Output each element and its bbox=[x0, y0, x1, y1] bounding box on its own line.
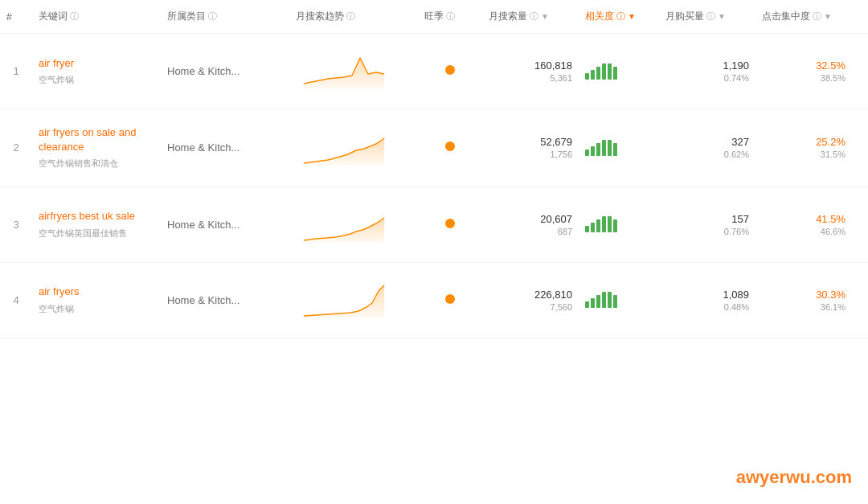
col-relevance[interactable]: 相关度 ⓘ ▼ bbox=[579, 10, 659, 23]
category-col-3: Home & Kitch... bbox=[161, 219, 289, 231]
keyword-col-2: air fryers on sale and clearance 空气炸锅销售和… bbox=[32, 125, 161, 170]
keyword-col-3: airfryers best uk sale 空气炸锅英国最佳销售 bbox=[32, 209, 161, 240]
click-sub-1: 38.5% bbox=[762, 73, 845, 83]
click-sub-3: 46.6% bbox=[762, 227, 845, 236]
purchase-vol-sort-icon[interactable]: ▼ bbox=[718, 12, 726, 21]
trend-col-4 bbox=[289, 279, 418, 322]
keyword-sub-2: 空气炸锅销售和清仓 bbox=[39, 158, 154, 170]
click-col-4: 30.3% 36.1% bbox=[755, 289, 852, 312]
relevance-info-icon[interactable]: ⓘ bbox=[616, 10, 625, 23]
keyword-sub-4: 空气炸锅 bbox=[39, 303, 154, 315]
click-col-3: 41.5% 46.6% bbox=[755, 213, 852, 236]
click-sub-2: 31.5% bbox=[762, 150, 845, 159]
col-category: 所属类目 ⓘ bbox=[161, 10, 289, 23]
search-vol-sub-2: 1,756 bbox=[489, 150, 572, 159]
category-info-icon[interactable]: ⓘ bbox=[208, 10, 217, 23]
peak-col-4 bbox=[418, 294, 482, 306]
peak-col-3 bbox=[418, 219, 482, 231]
row-number-2: 2 bbox=[0, 141, 32, 154]
purchase-vol-sub-2: 0.62% bbox=[665, 150, 749, 159]
relevance-col-3 bbox=[579, 216, 659, 232]
keyword-table: # 关键词 ⓘ 所属类目 ⓘ 月搜索趋势 ⓘ 旺季 ⓘ 月搜索量 ⓘ ▼ 相关度… bbox=[0, 0, 868, 338]
relevance-sort-icon[interactable]: ▼ bbox=[628, 12, 636, 21]
click-sub-4: 36.1% bbox=[762, 302, 845, 312]
peak-dot-4 bbox=[445, 294, 455, 304]
row-number-1: 1 bbox=[0, 65, 32, 77]
table-header: # 关键词 ⓘ 所属类目 ⓘ 月搜索趋势 ⓘ 旺季 ⓘ 月搜索量 ⓘ ▼ 相关度… bbox=[0, 0, 868, 34]
table-row: 4 air fryers 空气炸锅 Home & Kitch... 226,81… bbox=[0, 263, 868, 338]
col-peak: 旺季 ⓘ bbox=[418, 10, 482, 23]
keyword-col-4: air fryers 空气炸锅 bbox=[32, 285, 161, 315]
click-main-1: 32.5% bbox=[762, 59, 845, 72]
table-row: 3 airfryers best uk sale 空气炸锅英国最佳销售 Home… bbox=[0, 187, 868, 263]
trend-info-icon[interactable]: ⓘ bbox=[346, 10, 355, 23]
table-row: 1 air fryer 空气炸锅 Home & Kitch... 160,818… bbox=[0, 34, 868, 109]
purchase-vol-main-1: 1,190 bbox=[665, 59, 749, 72]
search-vol-sort-icon[interactable]: ▼ bbox=[541, 12, 549, 21]
peak-col-1 bbox=[418, 65, 482, 77]
table-row: 2 air fryers on sale and clearance 空气炸锅销… bbox=[0, 109, 868, 187]
click-col-2: 25.2% 31.5% bbox=[755, 136, 852, 159]
relevance-col-1 bbox=[579, 64, 659, 80]
keyword-sub-3: 空气炸锅英国最佳销售 bbox=[39, 227, 154, 240]
row-number-3: 3 bbox=[0, 219, 32, 231]
row-number-4: 4 bbox=[0, 294, 32, 306]
purchase-vol-col-3: 157 0.76% bbox=[659, 213, 755, 236]
peak-info-icon[interactable]: ⓘ bbox=[446, 10, 455, 23]
relevance-col-4 bbox=[579, 292, 659, 308]
search-vol-main-3: 20,607 bbox=[489, 213, 572, 225]
keyword-info-icon[interactable]: ⓘ bbox=[70, 10, 79, 23]
col-search-vol[interactable]: 月搜索量 ⓘ ▼ bbox=[482, 10, 579, 23]
purchase-vol-main-3: 157 bbox=[665, 213, 749, 225]
purchase-vol-main-2: 327 bbox=[665, 136, 749, 148]
purchase-vol-sub-3: 0.76% bbox=[665, 227, 749, 236]
peak-dot-3 bbox=[445, 219, 455, 228]
keyword-col-1: air fryer 空气炸锅 bbox=[32, 56, 161, 87]
trend-col-1 bbox=[289, 50, 418, 92]
search-vol-col-4: 226,810 7,560 bbox=[482, 289, 579, 312]
col-purchase-vol[interactable]: 月购买量 ⓘ ▼ bbox=[659, 10, 755, 23]
svg-marker-1 bbox=[304, 138, 384, 165]
col-trend: 月搜索趋势 ⓘ bbox=[289, 10, 418, 23]
col-click-conc[interactable]: 点击集中度 ⓘ ▼ bbox=[755, 10, 852, 23]
search-vol-main-1: 160,818 bbox=[489, 59, 572, 72]
search-vol-info-icon[interactable]: ⓘ bbox=[530, 10, 538, 23]
purchase-vol-info-icon[interactable]: ⓘ bbox=[706, 10, 715, 23]
purchase-vol-col-1: 1,190 0.74% bbox=[659, 59, 755, 83]
purchase-vol-col-2: 327 0.62% bbox=[659, 136, 755, 159]
category-col-1: Home & Kitch... bbox=[161, 65, 289, 77]
search-vol-sub-4: 7,560 bbox=[489, 302, 572, 312]
peak-dot-2 bbox=[445, 141, 455, 151]
search-vol-col-2: 52,679 1,756 bbox=[482, 136, 579, 159]
keyword-sub-1: 空气炸锅 bbox=[39, 74, 154, 86]
keyword-main-1[interactable]: air fryer bbox=[39, 56, 154, 71]
purchase-vol-sub-1: 0.74% bbox=[665, 73, 749, 83]
search-vol-col-3: 20,607 687 bbox=[482, 213, 579, 236]
peak-col-2 bbox=[418, 141, 482, 154]
click-main-3: 41.5% bbox=[762, 213, 845, 225]
keyword-main-4[interactable]: air fryers bbox=[39, 285, 154, 299]
relevance-col-2 bbox=[579, 140, 659, 156]
keyword-main-2[interactable]: air fryers on sale and clearance bbox=[39, 125, 154, 154]
purchase-vol-main-4: 1,089 bbox=[665, 289, 749, 301]
click-col-1: 32.5% 38.5% bbox=[755, 59, 852, 83]
click-conc-sort-icon[interactable]: ▼ bbox=[824, 12, 832, 21]
search-vol-main-2: 52,679 bbox=[489, 136, 572, 148]
click-main-2: 25.2% bbox=[762, 136, 845, 148]
category-col-4: Home & Kitch... bbox=[161, 294, 289, 306]
col-keyword: 关键词 ⓘ bbox=[32, 10, 161, 23]
purchase-vol-col-4: 1,089 0.48% bbox=[659, 289, 755, 312]
trend-col-2 bbox=[289, 126, 418, 169]
click-conc-info-icon[interactable]: ⓘ bbox=[813, 10, 821, 23]
search-vol-sub-3: 687 bbox=[489, 227, 572, 236]
purchase-vol-sub-4: 0.48% bbox=[665, 302, 749, 312]
col-num: # bbox=[0, 11, 32, 23]
click-main-4: 30.3% bbox=[762, 289, 845, 301]
search-vol-main-4: 226,810 bbox=[489, 289, 572, 301]
table-body: 1 air fryer 空气炸锅 Home & Kitch... 160,818… bbox=[0, 34, 868, 338]
peak-dot-1 bbox=[445, 65, 455, 75]
category-col-2: Home & Kitch... bbox=[161, 141, 289, 154]
search-vol-sub-1: 5,361 bbox=[489, 73, 572, 83]
keyword-main-3[interactable]: airfryers best uk sale bbox=[39, 209, 154, 223]
trend-col-3 bbox=[289, 203, 418, 246]
